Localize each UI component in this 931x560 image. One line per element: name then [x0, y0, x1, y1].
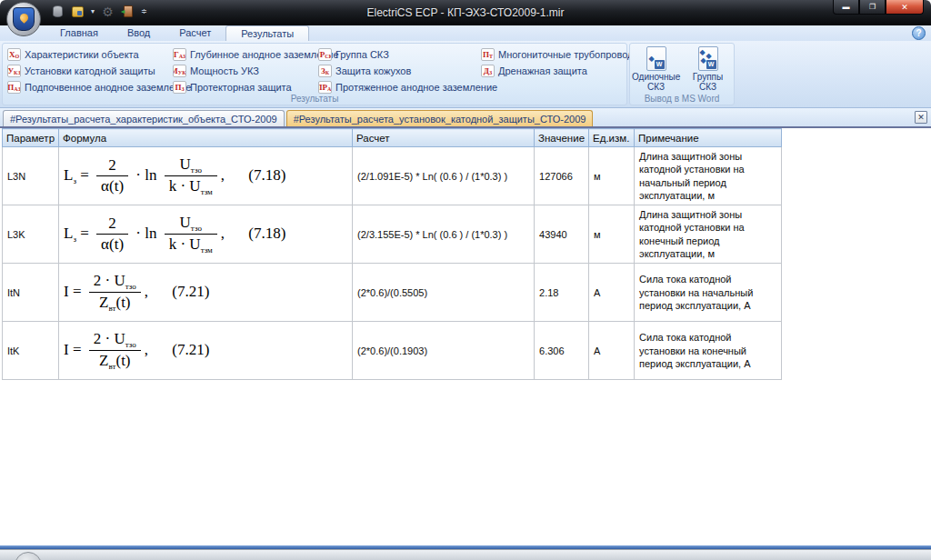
cell-value: 127066: [535, 147, 589, 205]
sacrificial-protection-icon: ПЗ: [173, 81, 186, 94]
app-shield-icon: [13, 7, 35, 31]
quick-access-toolbar: ▾ ⚙ ≑: [51, 5, 147, 18]
ribbon-item-label: Подпочвенное анодное заземление: [25, 82, 191, 93]
cell-note: Сила тока катодной установки на конечный…: [635, 322, 782, 380]
multiline-pipelines-icon: ПТ: [481, 48, 495, 61]
app-window: ▾ ⚙ ≑ ElectriCS ECP - КП-ЭХЗ-СТО2009-1.m…: [0, 0, 931, 560]
settings-gear-icon[interactable]: ⚙: [101, 5, 115, 18]
maximize-button[interactable]: ❐: [859, 0, 886, 15]
table-row[interactable]: ItK I = 2 · UтзоZвт(t), (7.21) (2*0.6)/(…: [3, 322, 782, 380]
table-row[interactable]: L3K Lз = 2α(t) · ln Uтзоk · Uтзм, (7.18)…: [3, 205, 782, 264]
window-controls: ▬ ❐ ✕: [833, 0, 924, 15]
cell-note: Сила тока катодной установки на начальны…: [635, 264, 782, 322]
doc-tab-object-characteristics[interactable]: #Результаты_расчета_характеристик_объект…: [3, 110, 285, 126]
col-header-value[interactable]: Значение: [535, 129, 589, 147]
ribbon-item-label: Установки катодной защиты: [25, 65, 155, 76]
cell-calculation: (2/3.155E-5) * Ln( (0.6 ) / (1*0.3) ): [353, 205, 535, 264]
cell-note: Длина защитной зоны катодной установки н…: [635, 147, 782, 205]
col-header-parameter[interactable]: Параметр: [3, 129, 59, 147]
subsoil-anode-icon: ПАЗ: [7, 81, 21, 94]
cell-formula: Lз = 2α(t) · ln Uтзоk · Uтзм, (7.18): [59, 205, 353, 264]
ribbon-group-results: ХО Характеристики объекта УКЗ Установки …: [2, 43, 627, 105]
deep-anode-icon: ГАЗ: [173, 48, 186, 61]
cathodic-units-icon: УКЗ: [7, 65, 21, 77]
word-export-single-skz-button[interactable]: ◆ W Одиночные СКЗ: [632, 46, 680, 92]
close-document-icon[interactable]: ✕: [915, 111, 927, 124]
cell-note: Длина защитной зоны катодной установки н…: [635, 205, 782, 264]
casing-protection-icon: ЗК: [318, 65, 332, 77]
exit-door-icon[interactable]: [121, 5, 135, 18]
cell-formula: Lз = 2α(t) · ln Uтзоk · Uтзм, (7.18): [59, 147, 353, 205]
table-row[interactable]: L3N Lз = 2α(t) · ln Uтзоk · Uтзм, (7.18)…: [3, 147, 782, 205]
results-table: Параметр Формула Расчет Значение Ед.изм.…: [2, 128, 782, 380]
ribbon-tab-input[interactable]: Ввод: [113, 25, 165, 41]
ribbon-item-label: Группа СКЗ: [335, 49, 389, 60]
ribbon-group-label: Вывод в MS Word: [630, 94, 734, 104]
cell-value: 6.306: [535, 322, 589, 380]
ribbon-item-label: Протяженное анодное заземление: [335, 82, 497, 93]
ribbon-tab-results[interactable]: Результаты: [225, 25, 309, 41]
skz-group-icon: ГРСКЗ: [318, 48, 332, 61]
ribbon-tab-home[interactable]: Главная: [45, 25, 113, 41]
qat-customize-icon[interactable]: ≑: [141, 7, 147, 15]
document-tab-strip: #Результаты_расчета_характеристик_объект…: [0, 108, 931, 128]
ribbon-item-drainage-protection[interactable]: ДЗ Дренажная защита: [481, 63, 640, 79]
doc-tab-cathodic-units[interactable]: #Результаты_расчета_установок_катодной_з…: [286, 110, 594, 126]
word-document-group-icon: ◆ ◆ ◆ W: [698, 46, 718, 71]
drainage-protection-icon: ДЗ: [481, 65, 495, 77]
cell-value: 43940: [535, 205, 589, 264]
object-characteristics-icon: ХО: [7, 48, 21, 61]
minimize-button[interactable]: ▬: [833, 0, 859, 15]
save-dropdown-icon[interactable]: ▾: [91, 7, 95, 15]
cell-parameter: ItN: [3, 264, 59, 322]
table-row[interactable]: ItN I = 2 · UтзоZвт(t), (7.21) (2*0.6)/(…: [3, 264, 782, 322]
cell-unit: А: [589, 264, 635, 322]
ribbon-item-cathodic-protection-units[interactable]: УКЗ Установки катодной защиты: [7, 63, 191, 79]
cell-parameter: ItK: [3, 322, 59, 380]
ribbon-item-label: Мощность УКЗ: [190, 65, 259, 76]
ribbon-item-ukz-power[interactable]: МУКЗ Мощность УКЗ: [173, 63, 339, 79]
ribbon-tab-row: Главная Ввод Расчет Результаты ?: [0, 25, 931, 41]
table-header-row: Параметр Формула Расчет Значение Ед.изм.…: [3, 129, 782, 147]
cell-parameter: L3K: [3, 205, 59, 264]
ribbon-item-label: Протекторная защита: [190, 82, 292, 93]
col-header-calculation[interactable]: Расчет: [353, 129, 535, 147]
titlebar: ▾ ⚙ ≑ ElectriCS ECP - КП-ЭХЗ-СТО2009-1.m…: [0, 0, 931, 25]
cell-calculation: (2/1.091E-5) * Ln( (0.6 ) / (1*0.3) ): [353, 147, 535, 205]
cell-calculation: (2*0.6)/(0.5505): [353, 264, 535, 322]
cell-unit: м: [589, 205, 635, 264]
taskbar: [0, 549, 931, 560]
ribbon: ХО Характеристики объекта УКЗ Установки …: [0, 41, 931, 108]
ribbon-item-label: Характеристики объекта: [25, 49, 139, 60]
ribbon-item-label: Глубинное анодное заземление: [190, 49, 339, 60]
col-header-note[interactable]: Примечание: [635, 129, 782, 147]
ribbon-item-label: Многониточные трубопроводы: [498, 49, 640, 60]
col-header-unit[interactable]: Ед.изм.: [589, 129, 635, 147]
application-button[interactable]: [6, 2, 41, 36]
ukz-power-icon: МУКЗ: [173, 65, 186, 77]
cell-parameter: L3N: [3, 147, 59, 205]
extended-anode-icon: ПРАЗ: [318, 81, 332, 94]
ribbon-tab-calculation[interactable]: Расчет: [165, 25, 225, 41]
ribbon-item-label: Дренажная защита: [498, 65, 587, 76]
ribbon-item-casing-protection[interactable]: ЗК Защита кожухов: [318, 63, 497, 79]
start-orb-icon[interactable]: [15, 552, 42, 560]
ribbon-group-label: Результаты: [3, 94, 626, 104]
ribbon-item-object-characteristics[interactable]: ХО Характеристики объекта: [7, 46, 191, 63]
document-area: #Результаты_расчета_характеристик_объект…: [0, 108, 931, 545]
ribbon-item-multiline-pipelines[interactable]: ПТ Многониточные трубопроводы: [481, 46, 640, 63]
database-icon[interactable]: [51, 5, 65, 18]
drop-icon: [18, 12, 30, 24]
ribbon-item-skz-group[interactable]: ГРСКЗ Группа СКЗ: [318, 46, 497, 63]
close-button[interactable]: ✕: [886, 0, 924, 15]
help-icon[interactable]: ?: [912, 26, 926, 40]
col-header-formula[interactable]: Формула: [59, 129, 353, 147]
word-export-group-skz-button[interactable]: ◆ ◆ ◆ W Группы СКЗ: [684, 46, 732, 92]
cell-calculation: (2*0.6)/(0.1903): [353, 322, 535, 380]
ribbon-item-deep-anode-grounding[interactable]: ГАЗ Глубинное анодное заземление: [173, 46, 339, 63]
cell-value: 2.18: [535, 264, 589, 322]
cell-formula: I = 2 · UтзоZвт(t), (7.21): [59, 264, 353, 322]
save-icon[interactable]: [71, 5, 85, 18]
cell-formula: I = 2 · UтзоZвт(t), (7.21): [59, 322, 353, 380]
ribbon-group-word-export: ◆ W Одиночные СКЗ ◆ ◆ ◆ W Группы СКЗ: [629, 43, 735, 105]
